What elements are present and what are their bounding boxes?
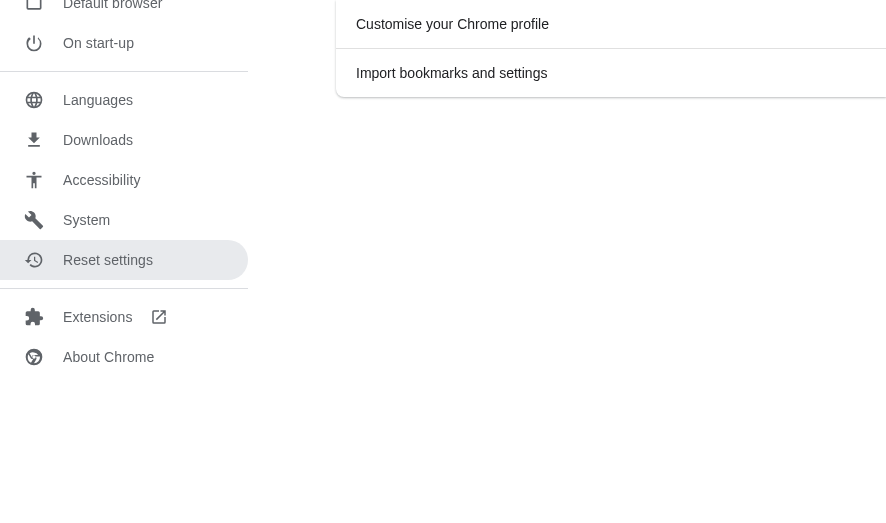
chrome-icon: [24, 347, 44, 367]
card-row-label: Customise your Chrome profile: [356, 16, 549, 32]
sidebar-item-system[interactable]: System: [0, 200, 248, 240]
sidebar-item-label: Downloads: [63, 132, 133, 148]
wrench-icon: [24, 210, 44, 230]
sidebar-item-label: Extensions: [63, 309, 132, 325]
sidebar-item-reset-settings[interactable]: Reset settings: [0, 240, 248, 280]
browser-window-icon: [24, 0, 44, 13]
sidebar-item-accessibility[interactable]: Accessibility: [0, 160, 248, 200]
settings-card: Customise your Chrome profile Import boo…: [336, 0, 886, 97]
sidebar-item-downloads[interactable]: Downloads: [0, 120, 248, 160]
download-icon: [24, 130, 44, 150]
sidebar-item-on-startup[interactable]: On start-up: [0, 23, 248, 63]
sidebar-item-label: System: [63, 212, 110, 228]
card-row-customise-profile[interactable]: Customise your Chrome profile: [336, 0, 886, 48]
sidebar-item-label: Languages: [63, 92, 133, 108]
sidebar-item-languages[interactable]: Languages: [0, 80, 248, 120]
globe-icon: [24, 90, 44, 110]
sidebar-item-about-chrome[interactable]: About Chrome: [0, 337, 248, 377]
sidebar-item-label: About Chrome: [63, 349, 154, 365]
sidebar-item-extensions[interactable]: Extensions: [0, 297, 248, 337]
divider: [0, 288, 248, 289]
card-row-import-bookmarks[interactable]: Import bookmarks and settings: [336, 49, 886, 97]
sidebar-item-default-browser[interactable]: Default browser: [0, 0, 248, 23]
main-content: Customise your Chrome profile Import boo…: [248, 0, 886, 523]
power-icon: [24, 33, 44, 53]
divider: [0, 71, 248, 72]
card-row-label: Import bookmarks and settings: [356, 65, 547, 81]
sidebar-item-label: On start-up: [63, 35, 134, 51]
restore-icon: [24, 250, 44, 270]
extension-icon: [24, 307, 44, 327]
sidebar-item-label: Accessibility: [63, 172, 141, 188]
accessibility-icon: [24, 170, 44, 190]
sidebar: Default browser On start-up Languages Do…: [0, 0, 248, 523]
open-in-new-icon: [150, 308, 168, 326]
sidebar-item-label: Reset settings: [63, 252, 153, 268]
sidebar-item-label: Default browser: [63, 0, 163, 11]
